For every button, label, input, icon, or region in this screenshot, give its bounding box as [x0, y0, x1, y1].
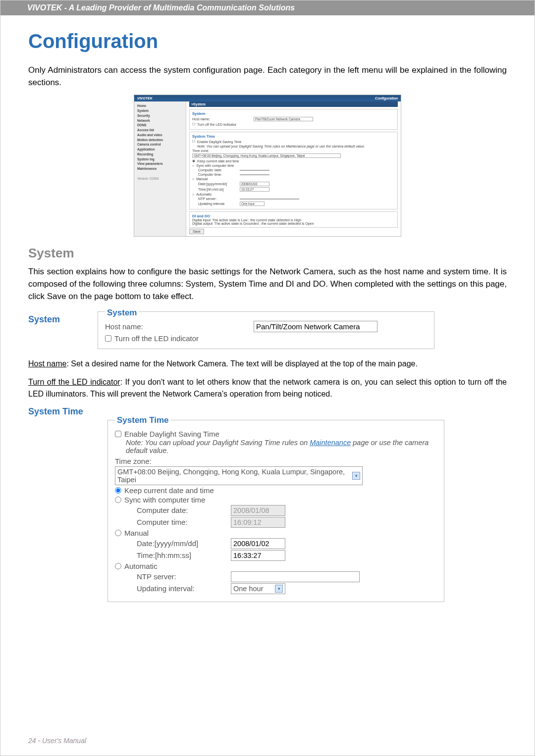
manual-date-label: Date:[yyyy/mm/dd] [137, 539, 231, 548]
manual-radio[interactable] [115, 530, 121, 536]
computer-date-label: Computer date: [137, 506, 231, 514]
computer-date-input [231, 505, 285, 516]
host-name-paragraph: Host name: Set a desired name for the Ne… [28, 358, 507, 369]
chevron-down-icon: ▾ [275, 585, 283, 593]
auto-radio[interactable] [115, 563, 121, 569]
system-heading: System [28, 246, 507, 261]
system-callout: System Host name: Turn off the LED indic… [98, 311, 434, 349]
chevron-down-icon: ▾ [352, 472, 360, 480]
keep-radio[interactable] [115, 487, 121, 494]
system-legend: System [105, 308, 139, 317]
manual-date-input[interactable] [231, 538, 285, 549]
mini-brand: VIVOTEK [137, 97, 153, 100]
dst-label: Enable Daylight Saving Time [124, 430, 219, 438]
ntp-input[interactable] [231, 571, 360, 582]
page-title: Configuration [28, 30, 507, 52]
interval-label: Updating interval: [137, 584, 231, 593]
auto-label: Automatic [124, 562, 158, 570]
lead-paragraph: Only Administrators can access the syste… [28, 64, 507, 89]
sync-radio[interactable] [115, 497, 121, 503]
config-screenshot: VIVOTEK Configuration Home System Securi… [134, 95, 401, 237]
system-time-subheading: System Time [28, 406, 507, 417]
mini-save-button: Save [189, 229, 204, 234]
led-label: Turn off the LED indicator [114, 334, 199, 343]
doc-header: VIVOTEK - A Leading Provider of Multimed… [0, 0, 535, 15]
system-paragraph: This section explains how to configure t… [28, 266, 507, 302]
host-name-input[interactable] [254, 321, 377, 332]
timezone-select[interactable]: GMT+08:00 Beijing, Chongqing, Hong Kong,… [115, 466, 363, 485]
mini-nav: Home System Security Network DDNS Access… [134, 101, 186, 236]
computer-time-input [231, 517, 285, 528]
dst-checkbox[interactable] [115, 431, 121, 437]
mini-right: Configuration [375, 97, 398, 100]
manual-time-input[interactable] [231, 550, 285, 561]
page-footer: 24 - User's Manual [28, 737, 86, 745]
manual-time-label: Time:[hh:mm:ss] [137, 551, 231, 559]
dst-note: Note: You can upload your Daylight Savin… [115, 439, 437, 454]
ntp-label: NTP server: [137, 572, 231, 581]
host-name-label: Host name: [105, 322, 254, 331]
system-time-legend: System Time [115, 415, 171, 425]
mini-crumb: >System [189, 101, 398, 107]
sync-label: Sync with computer time [124, 496, 205, 504]
computer-time-label: Computer time: [137, 518, 231, 526]
led-paragraph: Turn off the LED indicator: If you don't… [28, 376, 507, 399]
interval-select[interactable]: One hour ▾ [231, 583, 285, 594]
system-time-callout: System Time Enable Daylight Saving Time … [107, 420, 444, 602]
keep-label: Keep current date and time [124, 486, 214, 495]
led-checkbox[interactable] [105, 335, 111, 342]
maintenance-link[interactable]: Maintenance [310, 439, 351, 447]
system-subheading: System [28, 314, 83, 325]
timezone-label: Time zone: [115, 457, 155, 465]
manual-label: Manual [124, 529, 149, 537]
